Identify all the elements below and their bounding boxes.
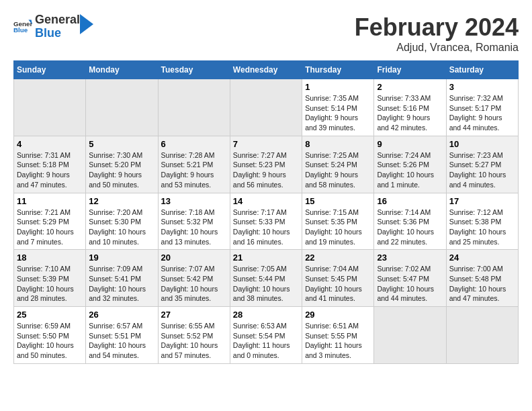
calendar-cell: 23Sunrise: 7:02 AM Sunset: 5:47 PM Dayli… bbox=[374, 250, 446, 307]
calendar-cell: 17Sunrise: 7:12 AM Sunset: 5:38 PM Dayli… bbox=[446, 193, 518, 250]
day-number: 9 bbox=[377, 139, 443, 149]
day-number: 3 bbox=[449, 82, 515, 92]
day-number: 26 bbox=[89, 310, 154, 320]
day-number: 2 bbox=[377, 82, 443, 92]
day-number: 4 bbox=[17, 139, 83, 149]
day-of-week-header: Tuesday bbox=[158, 61, 230, 79]
calendar-cell: 7Sunrise: 7:27 AM Sunset: 5:23 PM Daylig… bbox=[230, 136, 302, 193]
day-number: 20 bbox=[161, 253, 227, 263]
day-number: 15 bbox=[305, 196, 371, 206]
day-info: Sunrise: 7:21 AM Sunset: 5:29 PM Dayligh… bbox=[17, 208, 83, 247]
day-info: Sunrise: 7:28 AM Sunset: 5:21 PM Dayligh… bbox=[161, 150, 227, 190]
day-number: 19 bbox=[89, 253, 154, 263]
day-number: 17 bbox=[449, 196, 515, 206]
day-info: Sunrise: 7:15 AM Sunset: 5:35 PM Dayligh… bbox=[305, 208, 371, 247]
logo-general-text: General bbox=[35, 13, 80, 26]
calendar-cell: 2Sunrise: 7:33 AM Sunset: 5:16 PM Daylig… bbox=[374, 79, 446, 136]
header: General Blue General Blue February 2024 … bbox=[13, 13, 519, 54]
calendar-cell: 24Sunrise: 7:00 AM Sunset: 5:48 PM Dayli… bbox=[446, 250, 518, 307]
calendar-cell: 20Sunrise: 7:07 AM Sunset: 5:42 PM Dayli… bbox=[158, 250, 230, 307]
day-number: 28 bbox=[233, 310, 299, 320]
calendar-cell: 15Sunrise: 7:15 AM Sunset: 5:35 PM Dayli… bbox=[302, 193, 374, 250]
day-info: Sunrise: 6:53 AM Sunset: 5:54 PM Dayligh… bbox=[233, 321, 299, 361]
day-number: 29 bbox=[305, 310, 371, 320]
calendar-cell: 28Sunrise: 6:53 AM Sunset: 5:54 PM Dayli… bbox=[230, 307, 302, 364]
logo: General Blue General Blue bbox=[13, 13, 93, 40]
calendar-cell bbox=[230, 79, 302, 136]
calendar-cell bbox=[158, 79, 230, 136]
calendar-cell: 26Sunrise: 6:57 AM Sunset: 5:51 PM Dayli… bbox=[86, 307, 158, 364]
day-of-week-header: Wednesday bbox=[230, 61, 302, 79]
calendar-cell: 21Sunrise: 7:05 AM Sunset: 5:44 PM Dayli… bbox=[230, 250, 302, 307]
day-number: 24 bbox=[449, 253, 515, 263]
day-info: Sunrise: 7:30 AM Sunset: 5:20 PM Dayligh… bbox=[89, 150, 154, 190]
calendar-cell: 18Sunrise: 7:10 AM Sunset: 5:39 PM Dayli… bbox=[14, 250, 86, 307]
day-info: Sunrise: 7:32 AM Sunset: 5:17 PM Dayligh… bbox=[449, 93, 515, 133]
day-number: 5 bbox=[89, 139, 154, 149]
calendar-week-row: 25Sunrise: 6:59 AM Sunset: 5:50 PM Dayli… bbox=[14, 307, 519, 364]
day-info: Sunrise: 7:24 AM Sunset: 5:26 PM Dayligh… bbox=[377, 150, 443, 190]
day-info: Sunrise: 7:10 AM Sunset: 5:39 PM Dayligh… bbox=[17, 264, 83, 304]
calendar-week-row: 18Sunrise: 7:10 AM Sunset: 5:39 PM Dayli… bbox=[14, 250, 519, 307]
calendar-cell: 27Sunrise: 6:55 AM Sunset: 5:52 PM Dayli… bbox=[158, 307, 230, 364]
day-info: Sunrise: 7:14 AM Sunset: 5:36 PM Dayligh… bbox=[377, 208, 443, 247]
day-info: Sunrise: 7:05 AM Sunset: 5:44 PM Dayligh… bbox=[233, 264, 299, 304]
day-of-week-header: Friday bbox=[374, 61, 446, 79]
svg-text:Blue: Blue bbox=[13, 26, 28, 34]
title-area: February 2024 Adjud, Vrancea, Romania bbox=[355, 13, 519, 54]
calendar-title: February 2024 bbox=[355, 13, 519, 42]
day-number: 14 bbox=[233, 196, 299, 206]
day-info: Sunrise: 7:20 AM Sunset: 5:30 PM Dayligh… bbox=[89, 208, 154, 247]
day-info: Sunrise: 7:35 AM Sunset: 5:14 PM Dayligh… bbox=[305, 93, 371, 133]
day-of-week-header: Thursday bbox=[302, 61, 374, 79]
day-number: 22 bbox=[305, 253, 371, 263]
calendar-cell: 12Sunrise: 7:20 AM Sunset: 5:30 PM Dayli… bbox=[86, 193, 158, 250]
calendar-cell: 11Sunrise: 7:21 AM Sunset: 5:29 PM Dayli… bbox=[14, 193, 86, 250]
day-info: Sunrise: 7:04 AM Sunset: 5:45 PM Dayligh… bbox=[305, 264, 371, 304]
calendar-cell: 10Sunrise: 7:23 AM Sunset: 5:27 PM Dayli… bbox=[446, 136, 518, 193]
logo-blue-text: Blue bbox=[35, 26, 61, 40]
logo-icon: General Blue bbox=[13, 17, 32, 36]
day-info: Sunrise: 7:18 AM Sunset: 5:32 PM Dayligh… bbox=[161, 208, 227, 247]
day-number: 12 bbox=[89, 196, 154, 206]
day-info: Sunrise: 6:55 AM Sunset: 5:52 PM Dayligh… bbox=[161, 321, 227, 361]
day-number: 10 bbox=[449, 139, 515, 149]
calendar-cell: 4Sunrise: 7:31 AM Sunset: 5:18 PM Daylig… bbox=[14, 136, 86, 193]
day-info: Sunrise: 7:31 AM Sunset: 5:18 PM Dayligh… bbox=[17, 150, 83, 190]
days-of-week-row: SundayMondayTuesdayWednesdayThursdayFrid… bbox=[14, 61, 519, 79]
day-number: 7 bbox=[233, 139, 299, 149]
calendar-table: SundayMondayTuesdayWednesdayThursdayFrid… bbox=[13, 60, 519, 364]
calendar-week-row: 4Sunrise: 7:31 AM Sunset: 5:18 PM Daylig… bbox=[14, 136, 519, 193]
calendar-cell bbox=[374, 307, 446, 364]
logo-arrow-icon bbox=[80, 14, 93, 34]
day-number: 27 bbox=[161, 310, 227, 320]
day-of-week-header: Sunday bbox=[14, 61, 86, 79]
day-info: Sunrise: 7:27 AM Sunset: 5:23 PM Dayligh… bbox=[233, 150, 299, 190]
calendar-cell: 14Sunrise: 7:17 AM Sunset: 5:33 PM Dayli… bbox=[230, 193, 302, 250]
day-info: Sunrise: 7:07 AM Sunset: 5:42 PM Dayligh… bbox=[161, 264, 227, 304]
day-number: 23 bbox=[377, 253, 443, 263]
day-number: 21 bbox=[233, 253, 299, 263]
calendar-header: SundayMondayTuesdayWednesdayThursdayFrid… bbox=[14, 61, 519, 79]
day-number: 18 bbox=[17, 253, 83, 263]
day-number: 16 bbox=[377, 196, 443, 206]
calendar-cell bbox=[86, 79, 158, 136]
day-number: 6 bbox=[161, 139, 227, 149]
day-number: 25 bbox=[17, 310, 83, 320]
calendar-body: 1Sunrise: 7:35 AM Sunset: 5:14 PM Daylig… bbox=[14, 79, 519, 364]
calendar-cell: 1Sunrise: 7:35 AM Sunset: 5:14 PM Daylig… bbox=[302, 79, 374, 136]
day-info: Sunrise: 7:33 AM Sunset: 5:16 PM Dayligh… bbox=[377, 93, 443, 133]
calendar-cell: 8Sunrise: 7:25 AM Sunset: 5:24 PM Daylig… bbox=[302, 136, 374, 193]
day-number: 8 bbox=[305, 139, 371, 149]
svg-marker-3 bbox=[80, 14, 93, 34]
day-info: Sunrise: 6:57 AM Sunset: 5:51 PM Dayligh… bbox=[89, 321, 154, 361]
calendar-cell: 29Sunrise: 6:51 AM Sunset: 5:55 PM Dayli… bbox=[302, 307, 374, 364]
calendar-cell: 6Sunrise: 7:28 AM Sunset: 5:21 PM Daylig… bbox=[158, 136, 230, 193]
day-number: 1 bbox=[305, 82, 371, 92]
calendar-cell: 13Sunrise: 7:18 AM Sunset: 5:32 PM Dayli… bbox=[158, 193, 230, 250]
calendar-cell: 9Sunrise: 7:24 AM Sunset: 5:26 PM Daylig… bbox=[374, 136, 446, 193]
day-info: Sunrise: 7:23 AM Sunset: 5:27 PM Dayligh… bbox=[449, 150, 515, 190]
day-info: Sunrise: 7:17 AM Sunset: 5:33 PM Dayligh… bbox=[233, 208, 299, 247]
calendar-cell: 5Sunrise: 7:30 AM Sunset: 5:20 PM Daylig… bbox=[86, 136, 158, 193]
day-number: 11 bbox=[17, 196, 83, 206]
